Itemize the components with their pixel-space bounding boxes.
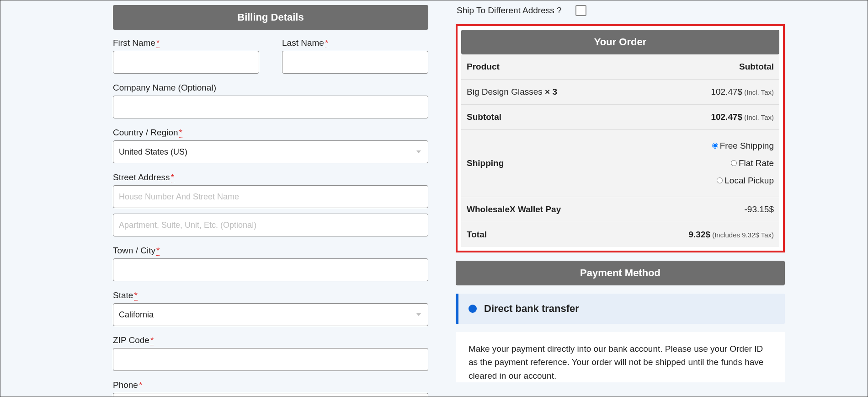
product-col-header: Product bbox=[467, 62, 739, 72]
total-label: Total bbox=[467, 230, 688, 240]
city-label: Town / City* bbox=[113, 246, 428, 256]
order-column: Ship To Different Address ? Your Order P… bbox=[456, 5, 785, 397]
order-box: Your Order Product Subtotal Big Design G… bbox=[456, 24, 785, 252]
ship-free-option[interactable]: Free Shipping bbox=[712, 137, 774, 155]
state-label: State* bbox=[113, 290, 428, 300]
street2-input[interactable] bbox=[113, 214, 428, 236]
ship-diff-label: Ship To Different Address ? bbox=[457, 5, 562, 16]
phone-label: Phone* bbox=[113, 380, 428, 390]
zip-label: ZIP Code* bbox=[113, 335, 428, 345]
order-header: Your Order bbox=[461, 30, 779, 54]
billing-column: Billing Details First Name* Last Name* C… bbox=[113, 5, 428, 397]
billing-header: Billing Details bbox=[113, 5, 428, 30]
ship-local-option[interactable]: Local Pickup bbox=[712, 172, 774, 189]
company-input[interactable] bbox=[113, 96, 428, 118]
street-label: Street Address* bbox=[113, 172, 428, 182]
wallet-label: WholesaleX Wallet Pay bbox=[467, 204, 745, 215]
first-name-input[interactable] bbox=[113, 51, 259, 74]
order-item: Big Design Glasses × 3 bbox=[467, 87, 711, 97]
street-input[interactable] bbox=[113, 185, 428, 208]
ship-flat-option[interactable]: Flat Rate bbox=[712, 155, 774, 172]
order-item-price: 102.47$ (Incl. Tax) bbox=[711, 87, 774, 97]
radio-filled-icon bbox=[469, 305, 477, 313]
city-input[interactable] bbox=[113, 258, 428, 281]
subtotal-label: Subtotal bbox=[467, 112, 711, 122]
payment-method-option[interactable]: Direct bank transfer bbox=[456, 294, 785, 324]
phone-input[interactable] bbox=[113, 393, 428, 397]
payment-method-label: Direct bank transfer bbox=[484, 303, 579, 315]
subtotal-value: 102.47$ (Incl. Tax) bbox=[711, 112, 774, 122]
wallet-value: -93.15$ bbox=[745, 204, 774, 215]
last-name-input[interactable] bbox=[282, 51, 428, 74]
zip-input[interactable] bbox=[113, 348, 428, 371]
country-select[interactable]: United States (US) bbox=[113, 140, 428, 163]
country-label: Country / Region* bbox=[113, 128, 428, 138]
last-name-label: Last Name* bbox=[282, 38, 428, 48]
state-select[interactable]: California bbox=[113, 303, 428, 326]
payment-description: Make your payment directly into our bank… bbox=[456, 332, 785, 382]
payment-header: Payment Method bbox=[456, 261, 785, 285]
shipping-label: Shipping bbox=[467, 158, 712, 168]
first-name-label: First Name* bbox=[113, 38, 259, 48]
total-value: 9.32$ (Includes 9.32$ Tax) bbox=[688, 230, 774, 240]
company-label: Company Name (Optional) bbox=[113, 83, 428, 93]
subtotal-col-header: Subtotal bbox=[739, 62, 774, 72]
ship-diff-checkbox[interactable] bbox=[575, 5, 586, 16]
